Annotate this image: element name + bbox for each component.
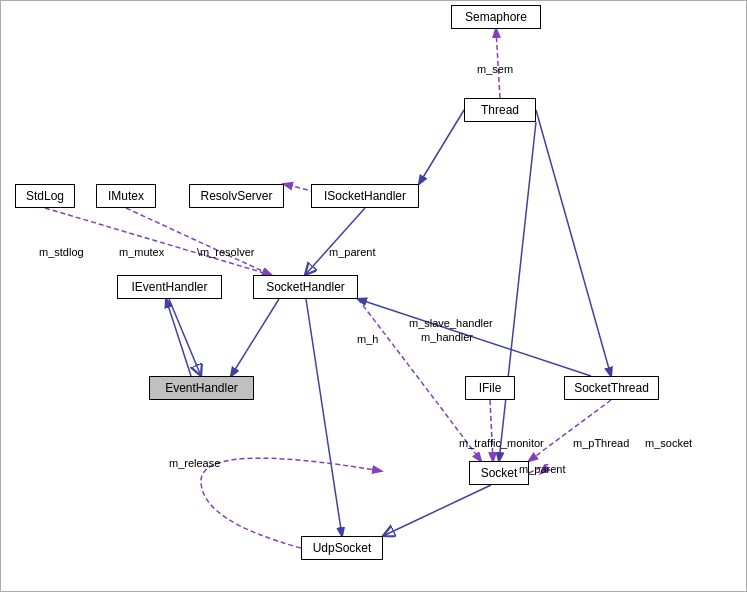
svg-line-12 bbox=[490, 400, 493, 461]
label-mtraffic: m_traffic_monitor bbox=[459, 437, 544, 449]
svg-line-5 bbox=[45, 208, 271, 275]
diagram-container: Semaphore Thread StdLog IMutex ResolvSer… bbox=[0, 0, 747, 592]
node-isockethandler: ISocketHandler bbox=[311, 184, 419, 208]
diagram-svg bbox=[1, 1, 747, 592]
svg-line-8 bbox=[166, 299, 191, 376]
label-mparent1: m_parent bbox=[329, 246, 375, 258]
label-mh: m_h bbox=[357, 333, 378, 345]
svg-line-9 bbox=[306, 299, 342, 536]
node-thread: Thread bbox=[464, 98, 536, 122]
label-mparent2: m_parent bbox=[519, 463, 565, 475]
node-eventhandler: EventHandler bbox=[149, 376, 254, 400]
node-sockethandler: SocketHandler bbox=[253, 275, 358, 299]
label-mhandler: m_handler bbox=[421, 331, 473, 343]
node-socketthread: SocketThread bbox=[564, 376, 659, 400]
node-ifile: IFile bbox=[465, 376, 515, 400]
node-imutex: IMutex bbox=[96, 184, 156, 208]
svg-line-6 bbox=[169, 299, 201, 376]
node-udpsocket: UdpSocket bbox=[301, 536, 383, 560]
node-ieventhandler: IEventHandler bbox=[117, 275, 222, 299]
svg-line-13 bbox=[529, 400, 611, 461]
label-mslave: m_slave_handler bbox=[409, 317, 493, 329]
label-mpthread: m_pThread bbox=[573, 437, 629, 449]
node-stdlog: StdLog bbox=[15, 184, 75, 208]
svg-line-4 bbox=[126, 208, 271, 275]
svg-line-2 bbox=[305, 208, 365, 275]
label-mmutex: m_mutex bbox=[119, 246, 164, 258]
svg-line-15 bbox=[358, 299, 591, 376]
label-mresolver: \m_resolver bbox=[197, 246, 254, 258]
svg-line-14 bbox=[383, 485, 491, 536]
label-msocket: m_socket bbox=[645, 437, 692, 449]
node-resolvserver: ResolvServer bbox=[189, 184, 284, 208]
svg-line-7 bbox=[231, 299, 279, 376]
label-msem: m_sem bbox=[477, 63, 513, 75]
node-semaphore: Semaphore bbox=[451, 5, 541, 29]
label-mrelease: m_release bbox=[169, 457, 220, 469]
svg-line-11 bbox=[536, 110, 611, 376]
label-mstdlog: m_stdlog bbox=[39, 246, 84, 258]
svg-line-1 bbox=[419, 110, 464, 184]
svg-line-10 bbox=[499, 122, 536, 461]
